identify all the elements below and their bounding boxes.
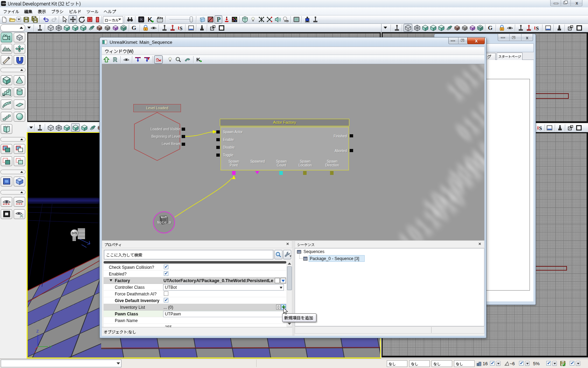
svg-text:x: x — [34, 350, 36, 353]
svg-text:Y: Y — [49, 345, 52, 349]
svg-text:Z: Z — [36, 329, 39, 333]
